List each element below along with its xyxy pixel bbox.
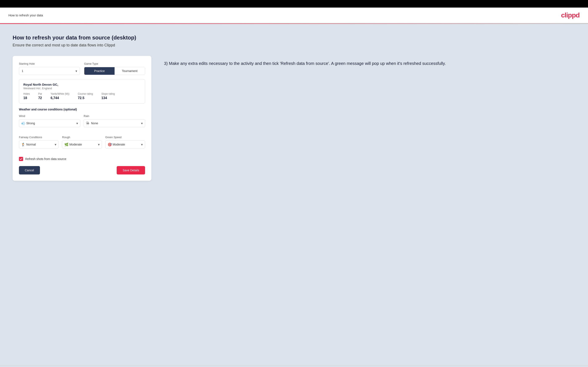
header: How to refresh your data clippd [0,8,588,23]
instruction-text: 3) Make any extra edits necessary to the… [164,60,575,67]
yards-stat: Yards/White (M)) 6,744 [51,92,69,100]
wind-select-wrapper: 💨 Strong ▾ [19,119,80,127]
logo: clippd [561,11,579,19]
rain-section: Rain 🌦 None ▾ [84,114,145,127]
fairway-select[interactable]: Normal [19,141,59,148]
wind-section: Wind 💨 Strong ▾ [19,114,80,127]
conditions-grid-top: Wind 💨 Strong ▾ Rain 🌦 [19,114,145,131]
game-type-section: Game Type Practice Tournament [84,62,145,75]
instruction-box: 3) Make any extra edits necessary to the… [164,56,575,67]
top-fields-row: Starting Hole 1 ▾ Game Type Practice T [19,62,145,79]
top-bar [0,0,588,8]
cancel-button[interactable]: Cancel [19,166,40,175]
green-speed-label: Green Speed [105,136,145,139]
refresh-checkbox[interactable] [19,157,23,161]
yards-value: 6,744 [51,96,69,100]
rough-label: Rough [62,136,102,139]
game-type-toggle-group: Practice Tournament [84,67,145,75]
page-subtitle: Ensure the correct and most up to date d… [13,43,575,47]
refresh-checkbox-row: Refresh shots from data source [19,157,145,161]
wind-select[interactable]: Strong [19,119,80,127]
fairway-label: Fairway Conditions [19,136,59,139]
rough-select-wrapper: 🌿 Moderate ▾ [62,141,102,149]
header-title: How to refresh your data [9,13,43,17]
holes-stat: Holes 18 [23,92,30,100]
green-speed-select[interactable]: Moderate [105,141,145,148]
fairway-section: Fairway Conditions 🏌 Normal ▾ [19,136,59,149]
course-location: Westward Ho!, England [23,87,141,90]
conditions-title: Weather and course conditions (optional) [19,108,145,111]
conditions-grid-bottom: Fairway Conditions 🏌 Normal ▾ Rough 🌿 [19,136,145,153]
tournament-button[interactable]: Tournament [115,67,145,75]
button-row: Cancel Save Details [19,166,145,175]
yards-label: Yards/White (M)) [51,92,69,95]
course-rating-label: Course rating [78,92,93,95]
holes-label: Holes [23,92,30,95]
rough-section: Rough 🌿 Moderate ▾ [62,136,102,149]
form-card: Starting Hole 1 ▾ Game Type Practice T [13,56,151,181]
page-title: How to refresh your data from source (de… [13,34,575,41]
content-row: Starting Hole 1 ▾ Game Type Practice T [13,56,575,181]
fairway-select-wrapper: 🏌 Normal ▾ [19,141,59,149]
slope-rating-label: Slope rating [101,92,115,95]
starting-hole-select-wrapper: 1 ▾ [19,67,80,75]
course-card: Royal North Devon GC, Westward Ho!, Engl… [19,79,145,103]
par-value: 72 [38,96,42,100]
refresh-label: Refresh shots from data source [25,157,66,161]
wind-label: Wind [19,114,80,117]
form-card-wrapper: Starting Hole 1 ▾ Game Type Practice T [13,56,151,181]
green-speed-select-wrapper: 🎯 Moderate ▾ [105,141,145,149]
green-speed-section: Green Speed 🎯 Moderate ▾ [105,136,145,149]
course-name: Royal North Devon GC, [23,83,141,86]
checkmark-icon [20,158,22,160]
par-label: Par [38,92,42,95]
course-rating-value: 72.5 [78,96,93,100]
holes-value: 18 [23,96,30,100]
course-rating-stat: Course rating 72.5 [78,92,93,100]
save-button[interactable]: Save Details [117,166,145,175]
game-type-label: Game Type [84,62,145,65]
starting-hole-label: Starting Hole [19,62,80,65]
rain-select-wrapper: 🌦 None ▾ [84,119,145,127]
starting-hole-section: Starting Hole 1 ▾ [19,62,80,75]
starting-hole-select[interactable]: 1 [19,67,80,75]
par-stat: Par 72 [38,92,42,100]
slope-rating-value: 134 [101,96,115,100]
slope-rating-stat: Slope rating 134 [101,92,115,100]
main-content: How to refresh your data from source (de… [0,24,588,366]
rain-label: Rain [84,114,145,117]
practice-button[interactable]: Practice [84,67,115,75]
rough-select[interactable]: Moderate [62,141,102,148]
footer: Copyright Clippd 2022 [0,366,588,367]
course-stats: Holes 18 Par 72 Yards/White (M)) 6,744 [23,92,141,100]
rain-select[interactable]: None [84,119,145,127]
